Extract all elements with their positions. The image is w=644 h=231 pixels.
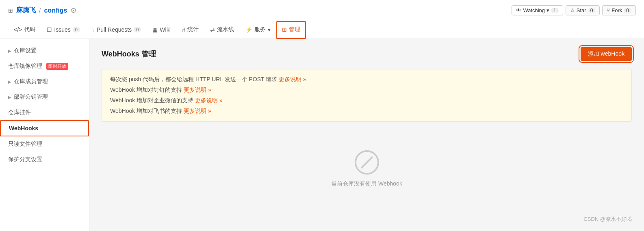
chevron-icon-keys: ▶ — [8, 95, 11, 99]
star-count: 0 — [588, 8, 596, 13]
sidebar-mirror-label: 仓库镜像管理 — [8, 63, 42, 70]
info-text-1: 每次您 push 代码后，都会给远程 HTTP URL 发送一个 POST 请求 — [110, 76, 279, 82]
star-label: Star — [577, 7, 586, 13]
stats-icon: ⑁ — [182, 26, 185, 33]
settings-icon[interactable]: ⚙ — [70, 6, 77, 15]
sidebar-readonly-label: 只读文件管理 — [8, 140, 42, 148]
info-line-3: WebHook 增加对企业微信的支持 更多说明 » — [110, 97, 623, 104]
pr-badge: 0 — [134, 27, 141, 32]
main-layout: ▶ 仓库设置 仓库镜像管理 限时开放 ▶ 仓库成员管理 ▶ 部署公钥管理 仓库挂… — [0, 39, 644, 231]
empty-text: 当前仓库没有使用 Webhook — [331, 180, 402, 188]
top-header: ⊞ 麻腾飞 / configs ⚙ 👁 Watching ▾ 1 ☆ Star … — [0, 0, 644, 21]
fork-button[interactable]: ⑂ Fork 0 — [602, 5, 636, 15]
tab-issues-label: Issues — [54, 26, 70, 33]
sidebar: ▶ 仓库设置 仓库镜像管理 限时开放 ▶ 仓库成员管理 ▶ 部署公钥管理 仓库挂… — [0, 39, 89, 231]
tab-stats[interactable]: ⑁ 统计 — [176, 21, 204, 39]
star-icon: ☆ — [570, 7, 575, 13]
info-text-2: WebHook 增加对钉钉的支持 — [110, 86, 184, 93]
chevron-icon: ▶ — [8, 49, 11, 53]
sidebar-item-webhooks[interactable]: WebHooks — [0, 120, 89, 136]
info-box: 每次您 push 代码后，都会给远程 HTTP URL 发送一个 POST 请求… — [102, 69, 632, 122]
tab-manage[interactable]: ⊞ 管理 — [276, 21, 306, 39]
sidebar-widgets-label: 仓库挂件 — [8, 109, 31, 116]
tab-stats-label: 统计 — [187, 26, 199, 33]
info-line-1: 每次您 push 代码后，都会给远程 HTTP URL 发送一个 POST 请求… — [110, 76, 623, 83]
watching-button[interactable]: 👁 Watching ▾ 1 — [512, 5, 563, 15]
info-text-3: WebHook 增加对企业微信的支持 — [110, 97, 195, 104]
sidebar-webhooks-label: WebHooks — [9, 125, 38, 132]
fork-icon: ⑂ — [607, 7, 610, 13]
info-line-2: WebHook 增加对钉钉的支持 更多说明 » — [110, 86, 623, 94]
repo-user[interactable]: 麻腾飞 — [16, 6, 36, 15]
empty-state: 当前仓库没有使用 Webhook — [102, 134, 632, 196]
repo-slash: / — [39, 7, 41, 14]
sidebar-members-label: 仓库成员管理 — [14, 78, 48, 85]
wiki-icon: ▦ — [152, 26, 158, 33]
info-text-4: WebHook 增加对飞书的支持 — [110, 108, 184, 114]
eye-icon: 👁 — [516, 7, 521, 13]
issues-badge: 0 — [73, 27, 80, 32]
page-title: WebHooks 管理 — [102, 49, 156, 59]
tab-wiki[interactable]: ▦ Wiki — [147, 21, 176, 39]
chevron-down-icon: ▾ — [546, 7, 549, 13]
repo-icon: ⊞ — [8, 7, 13, 14]
info-link-4[interactable]: 更多说明 » — [184, 108, 211, 114]
mirror-badge: 限时开放 — [46, 63, 68, 70]
sidebar-item-mirror[interactable]: 仓库镜像管理 限时开放 — [0, 58, 89, 74]
nav-tabs: </> 代码 ☐ Issues 0 ⑂ Pull Requests 0 ▦ Wi… — [0, 21, 644, 39]
info-link-2[interactable]: 更多说明 » — [184, 86, 211, 93]
pr-icon: ⑂ — [91, 26, 95, 33]
no-entry-icon — [355, 150, 379, 175]
chevron-icon-members: ▶ — [8, 80, 11, 84]
sidebar-item-deploy-keys[interactable]: ▶ 部署公钥管理 — [0, 89, 89, 105]
watching-count: 1 — [551, 8, 559, 13]
info-link-3[interactable]: 更多说明 » — [195, 97, 223, 104]
pipeline-icon: ⇄ — [210, 26, 215, 33]
sidebar-item-branch-protection[interactable]: 保护分支设置 — [0, 152, 89, 167]
sidebar-item-widgets[interactable]: 仓库挂件 — [0, 105, 89, 120]
watching-label: Watching — [523, 7, 545, 13]
content-area: WebHooks 管理 添加 webHook 每次您 push 代码后，都会给远… — [89, 39, 644, 231]
info-line-4: WebHook 增加对飞书的支持 更多说明 » — [110, 108, 623, 115]
header-actions: 👁 Watching ▾ 1 ☆ Star 0 ⑂ Fork 0 — [512, 5, 636, 15]
sidebar-branch-label: 保护分支设置 — [8, 156, 42, 163]
services-dropdown-icon: ▾ — [268, 26, 271, 33]
repo-title: ⊞ 麻腾飞 / configs ⚙ — [8, 6, 77, 15]
sidebar-item-repo-settings[interactable]: ▶ 仓库设置 — [0, 43, 89, 58]
tab-pipeline-label: 流水线 — [217, 26, 234, 33]
tab-services[interactable]: ⚡ 服务 ▾ — [240, 21, 276, 39]
code-icon: </> — [14, 26, 22, 33]
info-link-1[interactable]: 更多说明 » — [279, 76, 306, 82]
tab-pr-label: Pull Requests — [97, 26, 132, 33]
sidebar-item-readonly[interactable]: 只读文件管理 — [0, 136, 89, 152]
tab-issues[interactable]: ☐ Issues 0 — [41, 21, 86, 39]
fork-count: 0 — [624, 8, 631, 13]
tab-wiki-label: Wiki — [160, 26, 170, 33]
sidebar-keys-label: 部署公钥管理 — [14, 93, 48, 101]
issues-icon: ☐ — [47, 26, 52, 33]
sidebar-item-label: 仓库设置 — [14, 47, 37, 54]
add-webhook-button[interactable]: 添加 webHook — [581, 47, 632, 61]
tab-code[interactable]: </> 代码 — [8, 21, 41, 39]
tab-services-label: 服务 — [254, 26, 266, 33]
sidebar-item-members[interactable]: ▶ 仓库成员管理 — [0, 74, 89, 89]
fork-label: Fork — [611, 7, 622, 13]
tab-manage-label: 管理 — [289, 26, 300, 33]
star-button[interactable]: ☆ Star 0 — [566, 5, 600, 15]
content-header: WebHooks 管理 添加 webHook — [102, 47, 632, 61]
tab-pullrequests[interactable]: ⑂ Pull Requests 0 — [86, 21, 147, 39]
manage-icon: ⊞ — [282, 26, 287, 33]
services-icon: ⚡ — [245, 26, 252, 33]
watermark: CSDN @凉水不好喝 — [583, 216, 632, 223]
repo-name[interactable]: configs — [44, 7, 67, 14]
tab-code-label: 代码 — [24, 26, 35, 33]
tab-pipeline[interactable]: ⇄ 流水线 — [204, 21, 240, 39]
